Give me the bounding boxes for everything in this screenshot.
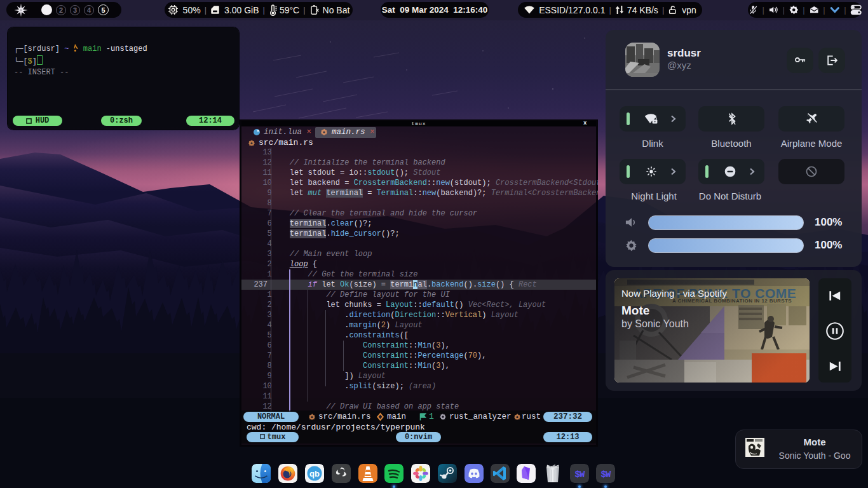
svg-text:$W: $W — [575, 470, 585, 480]
svg-text:$W: $W — [601, 470, 611, 480]
svg-text:qb: qb — [309, 469, 320, 478]
